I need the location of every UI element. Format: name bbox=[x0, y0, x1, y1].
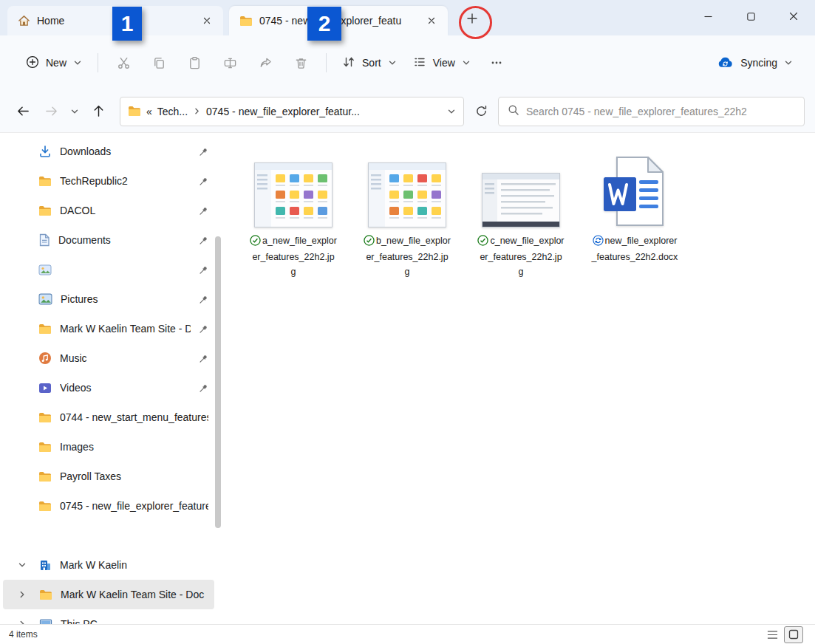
sidebar-scrollbar[interactable] bbox=[215, 236, 221, 528]
annotation-step-2: 2 bbox=[307, 7, 341, 41]
sort-button[interactable]: Sort bbox=[334, 49, 405, 78]
sidebar-item-images[interactable]: Images bbox=[3, 432, 214, 462]
pin-icon bbox=[199, 147, 208, 157]
chevron-right-icon[interactable] bbox=[13, 590, 31, 599]
minimize-button[interactable] bbox=[686, 0, 729, 32]
search-input[interactable] bbox=[526, 106, 795, 117]
synced-icon bbox=[477, 235, 488, 250]
chevron-down-icon bbox=[462, 58, 471, 67]
documents-icon bbox=[38, 233, 50, 247]
recent-locations-button[interactable] bbox=[65, 98, 84, 125]
sidebar-item-this-pc[interactable]: This PC bbox=[3, 609, 214, 624]
forward-button[interactable] bbox=[37, 98, 65, 125]
file-thumbnail bbox=[482, 160, 560, 227]
view-icon bbox=[413, 55, 426, 71]
sidebar-item-music[interactable]: Music bbox=[3, 343, 214, 373]
paste-icon bbox=[188, 56, 202, 70]
pin-icon bbox=[199, 295, 208, 304]
cut-icon bbox=[117, 56, 131, 70]
file-list[interactable]: a_new_file_explorer_features_22h2.jpg b_… bbox=[223, 133, 815, 624]
share-icon bbox=[259, 56, 273, 70]
up-arrow-icon bbox=[92, 104, 106, 118]
paste-button[interactable] bbox=[179, 49, 210, 77]
back-button[interactable] bbox=[9, 98, 37, 125]
cut-button[interactable] bbox=[108, 49, 139, 77]
pin-icon bbox=[199, 324, 208, 334]
sidebar-item-team-site-tree[interactable]: Mark W Kaelin Team Site - Doc bbox=[3, 580, 214, 609]
breadcrumb-current[interactable]: 0745 - new_file_explorer_featur... bbox=[206, 106, 360, 117]
address-dropdown-icon[interactable] bbox=[447, 107, 456, 116]
more-options-button[interactable] bbox=[481, 49, 512, 77]
sidebar-item-pictures[interactable]: Pictures bbox=[3, 284, 214, 314]
onedrive-sync-button[interactable]: Syncing bbox=[712, 50, 797, 76]
view-toggles bbox=[766, 626, 806, 643]
sidebar-section-gap bbox=[0, 521, 223, 550]
file-name: c_new_file_explorer_features_22h2.jpg bbox=[477, 234, 565, 279]
gallery-icon bbox=[38, 264, 52, 275]
pin-icon bbox=[199, 383, 208, 393]
sidebar-item-dacol[interactable]: DACOL bbox=[3, 196, 214, 225]
view-button-label: View bbox=[433, 57, 455, 69]
new-button[interactable]: New bbox=[18, 49, 90, 78]
folder-icon bbox=[128, 106, 141, 117]
item-count: 4 items bbox=[9, 629, 38, 640]
synced-icon bbox=[364, 235, 375, 250]
file-name: new_file_explorer_features_22h2.docx bbox=[591, 234, 678, 265]
file-item-docx[interactable]: new_file_explorer_features_22h2.docx bbox=[579, 160, 690, 279]
file-name: b_new_file_explorer_features_22h2.jpg bbox=[364, 234, 451, 279]
syncing-icon bbox=[593, 235, 604, 250]
sidebar-item-team-site-pinned[interactable]: Mark W Kaelin Team Site - Do bbox=[3, 314, 214, 343]
sort-button-label: Sort bbox=[362, 57, 381, 69]
word-document-icon bbox=[601, 160, 669, 227]
details-view-icon bbox=[766, 629, 779, 640]
breadcrumb-parent[interactable]: Tech... bbox=[157, 106, 188, 117]
downloads-icon bbox=[38, 145, 52, 158]
toolbar-divider bbox=[326, 53, 327, 72]
new-plus-icon bbox=[26, 55, 39, 71]
rename-button[interactable] bbox=[214, 49, 245, 77]
sidebar-item-gallery[interactable] bbox=[3, 255, 214, 284]
syncing-label: Syncing bbox=[740, 57, 777, 69]
refresh-button[interactable] bbox=[467, 98, 495, 125]
copy-button[interactable] bbox=[143, 49, 174, 77]
sidebar-item-videos[interactable]: Videos bbox=[3, 373, 214, 402]
close-button[interactable] bbox=[772, 0, 815, 32]
refresh-icon bbox=[475, 105, 488, 117]
up-button[interactable] bbox=[84, 98, 112, 125]
search-box[interactable] bbox=[498, 97, 805, 126]
synced-icon bbox=[250, 235, 261, 250]
command-bar: New Sort bbox=[0, 35, 815, 90]
sidebar-item-techrepublic2[interactable]: TechRepublic2 bbox=[3, 166, 214, 196]
search-icon bbox=[508, 104, 519, 119]
sidebar-item-payroll-taxes[interactable]: Payroll Taxes bbox=[3, 462, 214, 491]
navigation-pane: Downloads TechRepublic2 DACOL Documents bbox=[0, 133, 223, 624]
tab-current-close-icon[interactable] bbox=[423, 12, 440, 30]
file-item-b-jpg[interactable]: b_new_file_explorer_features_22h2.jpg bbox=[352, 160, 463, 279]
sidebar-item-downloads[interactable]: Downloads bbox=[3, 137, 214, 166]
details-view-button[interactable] bbox=[766, 629, 779, 640]
pictures-icon bbox=[38, 293, 52, 305]
tab-home-close-icon[interactable] bbox=[198, 12, 216, 30]
large-icons-view-button[interactable] bbox=[784, 626, 803, 643]
pin-icon bbox=[199, 354, 208, 363]
view-button[interactable]: View bbox=[405, 49, 479, 78]
maximize-button[interactable] bbox=[729, 0, 772, 32]
chevron-down-icon bbox=[784, 58, 793, 67]
file-item-c-jpg[interactable]: c_new_file_explorer_features_22h2.jpg bbox=[466, 160, 576, 279]
chevron-down-icon[interactable] bbox=[13, 561, 31, 569]
delete-button[interactable] bbox=[285, 49, 316, 77]
sidebar-item-0745-new-file-explorer[interactable]: 0745 - new_file_explorer_features bbox=[3, 491, 214, 521]
folder-icon bbox=[39, 589, 52, 600]
file-item-a-jpg[interactable]: a_new_file_explorer_features_22h2.jpg bbox=[238, 160, 349, 279]
annotation-circle-new-tab bbox=[459, 6, 492, 39]
share-button[interactable] bbox=[250, 49, 281, 77]
sidebar-item-mark-w-kaelin[interactable]: Mark W Kaelin bbox=[3, 550, 214, 580]
address-bar[interactable]: « Tech... 0745 - new_file_explorer_featu… bbox=[120, 97, 464, 126]
breadcrumb-overflow[interactable]: « bbox=[146, 106, 152, 117]
status-bar: 4 items bbox=[0, 624, 815, 644]
delete-icon bbox=[294, 56, 308, 70]
annotation-step-1: 1 bbox=[112, 7, 142, 41]
sidebar-item-0744-new-start-menu[interactable]: 0744 - new_start_menu_features_2 bbox=[3, 402, 214, 432]
sidebar-item-documents[interactable]: Documents bbox=[3, 225, 214, 255]
toolbar-divider bbox=[98, 53, 98, 72]
